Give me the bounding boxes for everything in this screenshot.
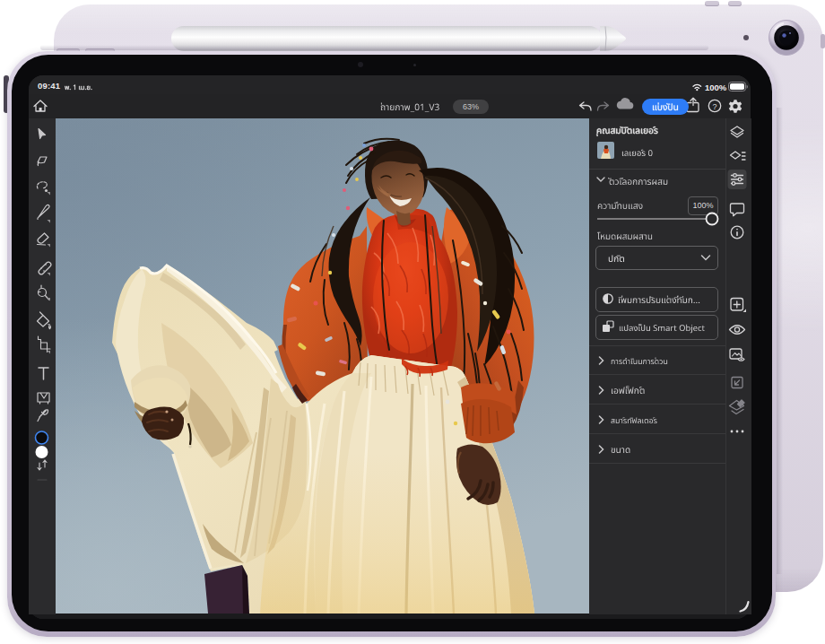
svg-text:100%: 100% — [705, 83, 727, 92]
svg-text:?: ? — [713, 102, 717, 111]
